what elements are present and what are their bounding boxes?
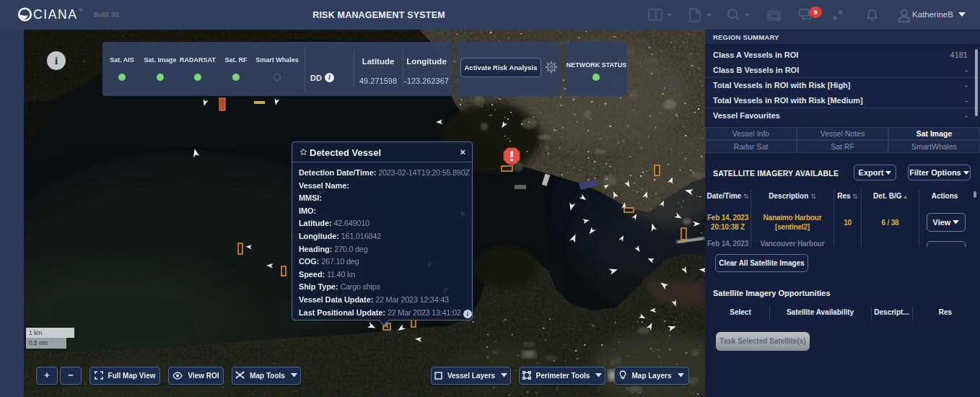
svg-text:CIANA: CIANA <box>33 7 77 22</box>
svg-text:TM: TM <box>78 8 82 12</box>
